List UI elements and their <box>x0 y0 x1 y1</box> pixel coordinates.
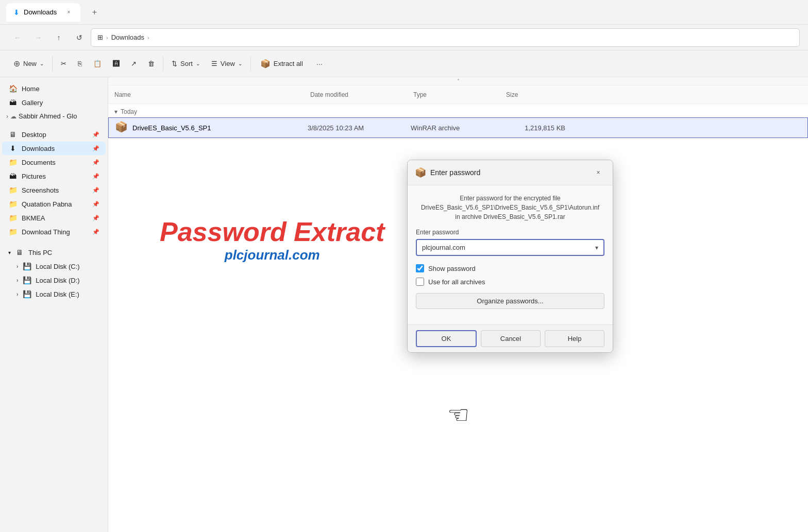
use-all-archives-checkbox[interactable] <box>416 278 424 286</box>
use-all-archives-label: Use for all archives <box>428 278 485 286</box>
organize-passwords-button[interactable]: Organize passwords... <box>416 293 604 309</box>
dialog-password-input-row: ▾ <box>416 239 604 256</box>
dialog-body: Enter password for the encrypted file Dr… <box>408 185 613 324</box>
use-all-archives-row: Use for all archives <box>416 278 604 286</box>
dialog-title-icon: 📦 <box>415 167 426 178</box>
show-password-row: Show password <box>416 264 604 272</box>
dialog-desc-line3: in archive DriveES_Basic_V5.6_SP1.rar <box>455 213 565 220</box>
dialog-footer: OK Cancel Help <box>408 324 613 352</box>
show-password-label: Show password <box>428 265 476 272</box>
dialog-description: Enter password for the encrypted file Dr… <box>416 194 604 221</box>
dialog-password-label: Enter password <box>416 229 604 236</box>
show-password-checkbox[interactable] <box>416 264 424 272</box>
dialog-desc-line2: DriveES_Basic_V5.6_SP1\DriveES_Basic_V5.… <box>421 204 599 211</box>
dialog-dropdown-arrow[interactable]: ▾ <box>590 244 603 251</box>
enter-password-dialog: 📦 Enter password × Enter password for th… <box>407 160 613 353</box>
dialog-overlay: 📦 Enter password × Enter password for th… <box>0 0 808 532</box>
dialog-ok-button[interactable]: OK <box>416 330 477 347</box>
dialog-title-bar: 📦 Enter password × <box>408 160 613 185</box>
dialog-title-text: Enter password <box>430 168 587 177</box>
dialog-cancel-button[interactable]: Cancel <box>481 330 541 347</box>
dialog-desc-line1: Enter password for the encrypted file <box>460 195 560 202</box>
dialog-close-button[interactable]: × <box>591 165 605 180</box>
dialog-password-input[interactable] <box>417 240 590 255</box>
dialog-help-button[interactable]: Help <box>545 330 604 347</box>
